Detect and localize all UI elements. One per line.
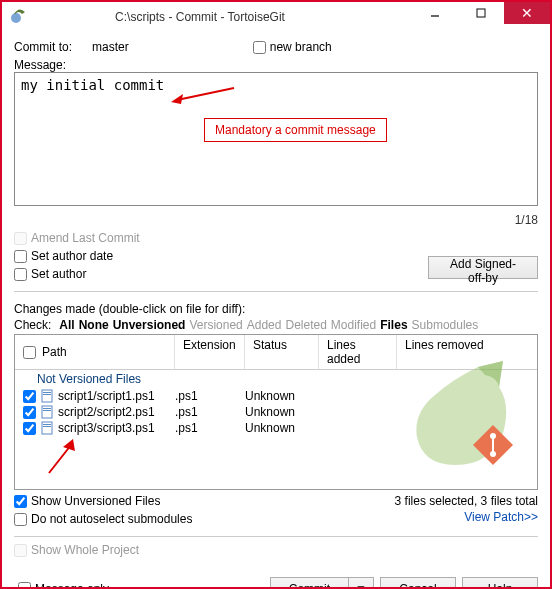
check-label: Check:	[14, 318, 51, 332]
selection-stats: 3 files selected, 3 files total	[395, 494, 538, 508]
svg-rect-6	[43, 392, 51, 393]
divider	[14, 291, 538, 292]
changes-made-label: Changes made (double-click on file for d…	[14, 302, 538, 316]
commit-split-button[interactable]: Commit ▼	[270, 577, 374, 589]
svg-rect-13	[43, 426, 51, 427]
file-path: script1/script1.ps1	[58, 389, 155, 403]
file-ext: .ps1	[175, 389, 245, 403]
check-all-link[interactable]: All	[59, 318, 74, 332]
message-counter: 1/18	[14, 213, 538, 227]
check-deleted-link[interactable]: Deleted	[285, 318, 326, 332]
no-autoselect-label: Do not autoselect submodules	[31, 512, 192, 526]
header-checkbox[interactable]	[23, 346, 36, 359]
no-autoselect-checkbox[interactable]	[14, 513, 27, 526]
file-icon	[40, 405, 54, 419]
table-row[interactable]: script2/script2.ps1 .ps1 Unknown	[15, 404, 537, 420]
commit-to-label: Commit to:	[14, 40, 72, 54]
svg-rect-9	[43, 408, 51, 409]
add-signed-off-by-button[interactable]: Add Signed-off-by	[428, 256, 538, 279]
svg-rect-5	[42, 390, 52, 402]
annotation-arrow-icon	[43, 437, 93, 477]
file-status: Unknown	[245, 389, 319, 403]
titlebar: C:\scripts - Commit - TortoiseGit ✕	[2, 2, 550, 32]
svg-rect-11	[42, 422, 52, 434]
svg-rect-2	[477, 9, 485, 17]
maximize-button[interactable]	[458, 2, 504, 24]
table-row[interactable]: script3/script3.ps1 .ps1 Unknown	[15, 420, 537, 436]
show-unversioned-checkbox[interactable]	[14, 495, 27, 508]
col-lines-added[interactable]: Lines added	[319, 335, 397, 369]
svg-rect-8	[42, 406, 52, 418]
check-files-link[interactable]: Files	[380, 318, 407, 332]
file-status: Unknown	[245, 421, 319, 435]
file-icon	[40, 389, 54, 403]
svg-point-0	[11, 13, 21, 23]
table-row[interactable]: script1/script1.ps1 .ps1 Unknown	[15, 388, 537, 404]
check-none-link[interactable]: None	[79, 318, 109, 332]
commit-dropdown-button[interactable]: ▼	[348, 577, 374, 589]
svg-rect-12	[43, 424, 51, 425]
svg-marker-15	[63, 439, 75, 451]
svg-rect-10	[43, 410, 51, 411]
cancel-button[interactable]: Cancel	[380, 577, 456, 589]
help-button[interactable]: Help	[462, 577, 538, 589]
check-versioned-link[interactable]: Versioned	[189, 318, 242, 332]
new-branch-label: new branch	[270, 40, 332, 54]
set-author-date-checkbox[interactable]	[14, 250, 27, 263]
set-author-date-label: Set author date	[31, 249, 113, 263]
file-table: Path Extension Status Lines added Lines …	[14, 334, 538, 490]
set-author-checkbox[interactable]	[14, 268, 27, 281]
col-extension[interactable]: Extension	[175, 335, 245, 369]
group-header: Not Versioned Files	[15, 370, 537, 388]
amend-label: Amend Last Commit	[31, 231, 140, 245]
row-checkbox[interactable]	[23, 422, 36, 435]
row-checkbox[interactable]	[23, 390, 36, 403]
check-filter-row: Check: All None Unversioned Versioned Ad…	[14, 318, 538, 332]
minimize-button[interactable]	[412, 2, 458, 24]
amend-checkbox	[14, 232, 27, 245]
annotation-callout: Mandatory a commit message	[204, 118, 387, 142]
commit-to-value: master	[92, 40, 129, 54]
message-only-label: Message only	[35, 582, 109, 590]
check-added-link[interactable]: Added	[247, 318, 282, 332]
col-lines-removed[interactable]: Lines removed	[397, 335, 537, 369]
close-button[interactable]: ✕	[504, 2, 550, 24]
show-whole-project-label: Show Whole Project	[31, 543, 139, 557]
divider	[14, 536, 538, 537]
check-submodules-link[interactable]: Submodules	[412, 318, 479, 332]
col-path[interactable]: Path	[42, 345, 67, 359]
show-unversioned-label: Show Unversioned Files	[31, 494, 160, 508]
message-label: Message:	[14, 58, 66, 72]
svg-line-14	[49, 445, 71, 473]
show-whole-project-checkbox	[14, 544, 27, 557]
window-title: C:\scripts - Commit - TortoiseGit	[0, 10, 412, 24]
table-header: Path Extension Status Lines added Lines …	[15, 335, 537, 370]
set-author-label: Set author	[31, 267, 86, 281]
check-modified-link[interactable]: Modified	[331, 318, 376, 332]
file-path: script2/script2.ps1	[58, 405, 155, 419]
file-ext: .ps1	[175, 405, 245, 419]
check-unversioned-link[interactable]: Unversioned	[113, 318, 186, 332]
file-status: Unknown	[245, 405, 319, 419]
svg-rect-7	[43, 394, 51, 395]
commit-button[interactable]: Commit	[270, 577, 348, 589]
view-patch-link[interactable]: View Patch>>	[395, 510, 538, 524]
file-icon	[40, 421, 54, 435]
file-path: script3/script3.ps1	[58, 421, 155, 435]
file-ext: .ps1	[175, 421, 245, 435]
row-checkbox[interactable]	[23, 406, 36, 419]
svg-point-18	[490, 451, 496, 457]
col-status[interactable]: Status	[245, 335, 319, 369]
app-icon	[10, 8, 28, 26]
message-only-checkbox[interactable]	[18, 582, 31, 589]
new-branch-checkbox[interactable]	[253, 41, 266, 54]
